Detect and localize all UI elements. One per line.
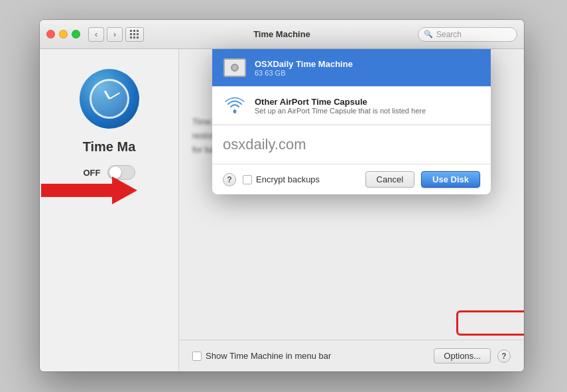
airport-item-name: Other AirPort Time Capsule: [255, 97, 480, 107]
airport-wifi-icon: [223, 96, 246, 115]
maximize-button[interactable]: [72, 30, 80, 38]
disk-item-text: OSXDaily Time Machine 63 63 GB: [255, 59, 480, 77]
use-disk-button[interactable]: Use Disk: [421, 171, 480, 188]
back-button[interactable]: ‹: [88, 27, 104, 42]
disk-list: OSXDaily Time Machine 63 63 GB: [212, 49, 491, 125]
grid-view-button[interactable]: [125, 27, 144, 42]
disk-list-item-airport[interactable]: Other AirPort Time Capsule Set up an Air…: [212, 87, 491, 125]
time-machine-window: ‹ › Time Machine 🔍 Search: [40, 20, 524, 371]
use-disk-highlight: [456, 310, 524, 336]
svg-point-0: [233, 110, 237, 113]
search-bar[interactable]: 🔍 Search: [418, 27, 517, 42]
dialog-help-button[interactable]: ?: [223, 173, 236, 186]
toggle-label: OFF: [84, 168, 101, 178]
search-placeholder: Search: [436, 30, 462, 39]
forward-button[interactable]: ›: [107, 27, 123, 42]
traffic-lights: [46, 30, 80, 38]
grid-icon: [130, 30, 139, 39]
dialog-footer: ? Encrypt backups Cancel Use Disk: [212, 164, 491, 194]
cancel-button[interactable]: Cancel: [365, 171, 414, 188]
airport-item-sub: Set up an AirPort Time Capsule that is n…: [255, 107, 480, 115]
forward-icon: ›: [113, 30, 116, 39]
bottom-bar: Show Time Machine in menu bar Options...…: [179, 340, 524, 371]
disk-selection-dialog: OSXDaily Time Machine 63 63 GB: [212, 49, 491, 194]
toggle-switch[interactable]: [107, 165, 135, 180]
encrypt-row: Encrypt backups: [243, 174, 320, 184]
sidebar: Time Ma OFF: [40, 49, 179, 371]
wifi-icon-container: [223, 94, 247, 117]
main-content: Time Machine automatically backs up your…: [179, 49, 524, 371]
search-icon: 🔍: [424, 30, 433, 38]
watermark-text: osxdaily.com: [212, 125, 491, 164]
show-tm-row: Show Time Machine in menu bar: [192, 351, 331, 361]
sidebar-title: Time Ma: [83, 139, 136, 155]
options-button[interactable]: Options...: [434, 348, 491, 363]
encrypt-label: Encrypt backups: [256, 174, 320, 184]
close-button[interactable]: [46, 30, 55, 38]
disk-list-item-osxdaily[interactable]: OSXDaily Time Machine 63 63 GB: [212, 49, 491, 87]
disk-item-size: 63 63 GB: [255, 69, 480, 77]
hard-drive-icon: [223, 58, 246, 77]
show-tm-label: Show Time Machine in menu bar: [206, 351, 331, 361]
window-title: Time Machine: [253, 29, 310, 39]
time-machine-icon: [80, 69, 139, 129]
nav-buttons: ‹ ›: [88, 27, 123, 42]
encrypt-checkbox[interactable]: [243, 175, 252, 184]
show-tm-checkbox[interactable]: [192, 352, 202, 361]
toggle-knob: [109, 166, 121, 178]
toggle-row: OFF: [84, 165, 135, 180]
hdd-platter: [231, 64, 239, 72]
window-content: Time Ma OFF Time Machine automatically b…: [40, 49, 524, 371]
disk-item-name: OSXDaily Time Machine: [255, 59, 480, 69]
minimize-button[interactable]: [59, 30, 68, 38]
titlebar: ‹ › Time Machine 🔍 Search: [40, 20, 524, 49]
help-button[interactable]: ?: [497, 350, 511, 363]
back-icon: ‹: [95, 30, 97, 39]
airport-item-text: Other AirPort Time Capsule Set up an Air…: [255, 97, 480, 115]
hdd-icon-container: [223, 56, 247, 80]
